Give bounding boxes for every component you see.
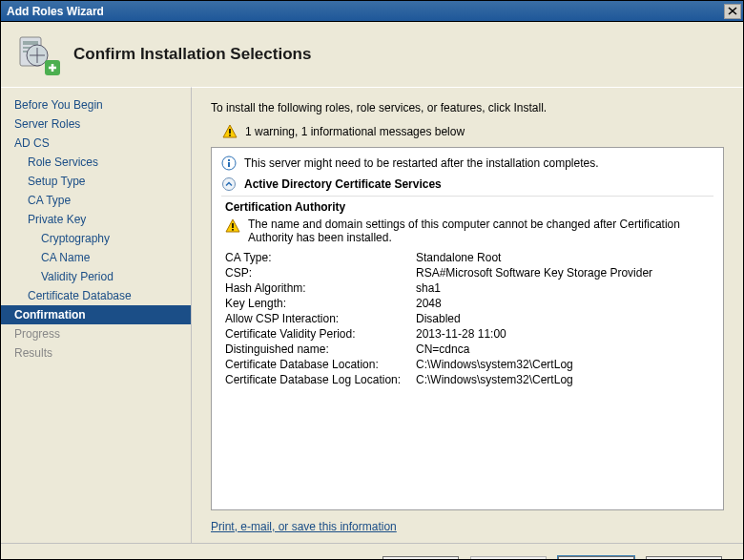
detail-row: Certificate Database Location:C:\Windows… — [221, 357, 713, 372]
nav-item-progress: Progress — [1, 324, 191, 343]
detail-key: Hash Algorithm: — [225, 281, 416, 295]
next-button: Next > — [470, 556, 547, 560]
titlebar: Add Roles Wizard — [1, 1, 743, 22]
messages-summary-text: 1 warning, 1 informational messages belo… — [245, 125, 465, 138]
detail-value: RSA#Microsoft Software Key Storage Provi… — [416, 266, 652, 280]
info-text: This server might need to be restarted a… — [244, 156, 599, 170]
svg-rect-12 — [232, 223, 234, 228]
nav-item-ca-name[interactable]: CA Name — [1, 248, 191, 267]
link-row: Print, e-mail, or save this information — [211, 520, 724, 533]
wizard-sidebar: Before You BeginServer RolesAD CSRole Se… — [1, 87, 192, 543]
detail-row: CA Type:Standalone Root — [221, 250, 713, 265]
info-row: This server might need to be restarted a… — [221, 154, 713, 173]
svg-rect-9 — [228, 162, 230, 167]
detail-value: Standalone Root — [416, 251, 501, 264]
svg-rect-13 — [232, 229, 234, 231]
nav-item-role-services[interactable]: Role Services — [1, 153, 191, 172]
cancel-button[interactable]: Cancel — [646, 556, 722, 560]
detail-key: Distinguished name: — [225, 342, 416, 356]
detail-key: Certificate Database Location: — [225, 358, 416, 371]
svg-rect-1 — [23, 41, 38, 45]
detail-key: Allow CSP Interaction: — [225, 312, 416, 325]
detail-value: CN=cdnca — [416, 342, 469, 356]
warning-icon — [222, 124, 238, 139]
content-area: To install the following roles, role ser… — [192, 87, 743, 543]
detail-key: CA Type: — [225, 251, 416, 264]
page-title: Confirm Installation Selections — [73, 45, 311, 64]
nav-item-setup-type[interactable]: Setup Type — [1, 172, 191, 191]
nav-item-server-roles[interactable]: Server Roles — [1, 114, 191, 134]
warning-icon — [225, 218, 240, 234]
wizard-footer: < Previous Next > Install Cancel — [1, 543, 743, 560]
detail-value: 2048 — [416, 297, 442, 310]
detail-key: CSP: — [225, 266, 416, 280]
detail-row: Key Length:2048 — [221, 296, 713, 311]
info-icon — [221, 156, 237, 171]
detail-row: Certificate Database Log Location:C:\Win… — [221, 372, 713, 387]
instruction-text: To install the following roles, role ser… — [211, 101, 724, 114]
detail-key: Certificate Database Log Location: — [225, 373, 416, 386]
window-title: Add Roles Wizard — [7, 5, 104, 18]
nav-item-cryptography[interactable]: Cryptography — [1, 229, 191, 248]
install-button[interactable]: Install — [558, 556, 634, 560]
warning-row: The name and domain settings of this com… — [221, 216, 713, 250]
nav-item-before-you-begin[interactable]: Before You Begin — [1, 95, 191, 114]
warning-text: The name and domain settings of this com… — [248, 218, 713, 244]
section-title: Active Directory Certificate Services — [244, 177, 442, 191]
close-button[interactable] — [724, 4, 741, 19]
subheading: Certification Authority — [225, 200, 713, 214]
detail-row: Distinguished name:CN=cdnca — [221, 342, 713, 357]
svg-rect-7 — [229, 135, 231, 136]
detail-value: 2013-11-28 11:00 — [416, 327, 506, 341]
detail-row: Allow CSP Interaction:Disabled — [221, 311, 713, 326]
details-list: CA Type:Standalone RootCSP:RSA#Microsoft… — [221, 250, 713, 387]
previous-button[interactable]: < Previous — [382, 556, 459, 560]
svg-rect-6 — [229, 129, 231, 134]
detail-row: Certificate Validity Period:2013-11-28 1… — [221, 326, 713, 342]
nav-item-certificate-database[interactable]: Certificate Database — [1, 286, 191, 305]
nav-item-ad-cs[interactable]: AD CS — [1, 134, 191, 153]
selections-panel: This server might need to be restarted a… — [211, 147, 724, 510]
section-heading-row[interactable]: Active Directory Certificate Services — [221, 173, 713, 197]
detail-value: sha1 — [416, 281, 441, 295]
wizard-icon — [16, 31, 62, 77]
detail-value: Disabled — [416, 312, 461, 325]
nav-item-private-key[interactable]: Private Key — [1, 210, 191, 229]
detail-key: Key Length: — [225, 297, 416, 310]
messages-summary-row: 1 warning, 1 informational messages belo… — [211, 124, 724, 139]
close-icon — [728, 7, 737, 15]
detail-row: Hash Algorithm:sha1 — [221, 280, 713, 296]
nav-item-ca-type[interactable]: CA Type — [1, 191, 191, 210]
detail-value: C:\Windows\system32\CertLog — [416, 373, 573, 386]
svg-rect-10 — [228, 159, 230, 161]
nav-item-confirmation[interactable]: Confirmation — [1, 305, 191, 324]
detail-value: C:\Windows\system32\CertLog — [416, 358, 573, 371]
print-email-save-link[interactable]: Print, e-mail, or save this information — [211, 520, 397, 533]
chevron-up-icon — [221, 176, 237, 192]
svg-point-11 — [223, 178, 236, 191]
nav-item-results: Results — [1, 343, 191, 363]
detail-row: CSP:RSA#Microsoft Software Key Storage P… — [221, 265, 713, 280]
nav-item-validity-period[interactable]: Validity Period — [1, 267, 191, 286]
wizard-header: Confirm Installation Selections — [1, 22, 743, 87]
detail-key: Certificate Validity Period: — [225, 327, 416, 341]
